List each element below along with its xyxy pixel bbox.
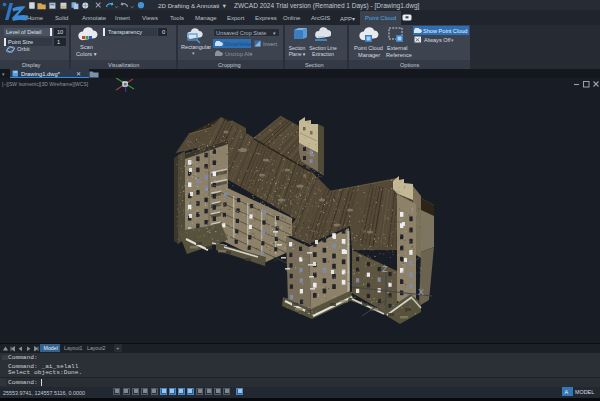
svg-text:X: X (418, 287, 424, 297)
svg-text:Z: Z (382, 264, 388, 274)
